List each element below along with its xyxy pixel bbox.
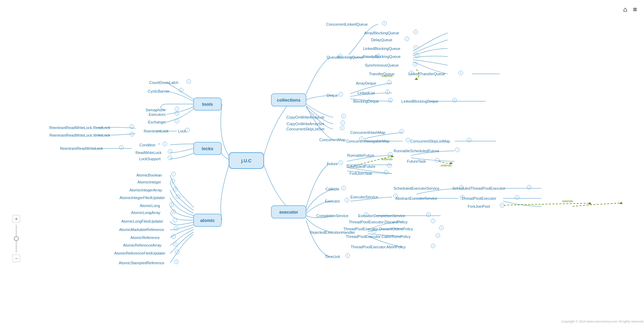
discard-policy[interactable]: ThreadPoolExecutor.DiscardPolicy: [349, 220, 408, 224]
svg-text:i: i: [177, 250, 178, 254]
queue-node[interactable]: Queue: [327, 55, 338, 59]
atomic-intfieldupdater[interactable]: AtomicIntegerFiledUpdater: [120, 196, 165, 200]
linkedlist-node[interactable]: LinkedList: [357, 91, 375, 95]
svg-text:i: i: [188, 80, 189, 83]
svg-text:i: i: [386, 171, 387, 174]
atomic-reffield[interactable]: AtomicReferenceFieldUpdater: [114, 251, 166, 255]
scheduled-future[interactable]: ScheduledFuture: [346, 164, 375, 169]
tools-label: tools: [202, 102, 213, 107]
linked-blocking-queue[interactable]: LinkedBlockingQueue: [363, 46, 400, 51]
concurrent-linked-queue[interactable]: ConcurrentLinkedQueue: [326, 22, 368, 26]
concurrent-skiplistset[interactable]: ConcurrentSkipListSet: [286, 127, 324, 131]
tools-cyclicbarrier[interactable]: CyclicBarrier: [148, 89, 170, 93]
executor-service[interactable]: ExecutorService: [350, 195, 378, 199]
svg-text:i: i: [460, 71, 461, 75]
delay-queue[interactable]: DelayQueue: [371, 38, 392, 42]
concurrent-skiplistmap[interactable]: ConcurrentSkipListMap: [410, 139, 450, 143]
reentrant-lock[interactable]: ReentrantLock: [144, 129, 169, 133]
copyright-text: Copyright © 2019 www.concurrency.com All…: [561, 320, 644, 323]
timeunit-node[interactable]: TimeUnit: [325, 255, 340, 259]
atomic-long[interactable]: AtomicLong: [140, 204, 160, 208]
svg-text:i: i: [390, 153, 391, 156]
runnable-scheduled-future[interactable]: RunnableScheduledFuture: [394, 149, 439, 153]
future-node[interactable]: Future: [327, 162, 338, 166]
copy-write-list[interactable]: CopyOnWriteArrayList: [286, 115, 324, 119]
home-icon[interactable]: ⌂: [623, 6, 627, 14]
executor-completion-service[interactable]: ExecutorCompletionService: [358, 214, 405, 218]
zoom-slider[interactable]: [16, 225, 17, 252]
linked-transfer-queue[interactable]: LinkedTransferQueue: [408, 72, 445, 76]
abort-policy[interactable]: ThreadPoolExecutor.AbortPolicy: [351, 245, 406, 249]
concurrent-hashmap[interactable]: ConcurrentHashMap: [350, 130, 385, 135]
atomic-longarray[interactable]: AtomicLongArray: [131, 211, 161, 215]
svg-text:i: i: [173, 210, 174, 213]
synchronous-queue[interactable]: SynchronousQueue: [365, 63, 398, 67]
array-blocking-queue[interactable]: ArrayBlockingQueue: [364, 31, 399, 35]
copy-write-set[interactable]: CopyOnWriteArraySet: [287, 122, 324, 126]
scheduled-executor-service[interactable]: ScheduledExecutorService: [393, 186, 439, 190]
zoom-out-button[interactable]: −: [12, 255, 20, 262]
callable-node[interactable]: Callable: [325, 187, 339, 191]
svg-text:≡: ≡: [158, 142, 160, 146]
svg-text:i: i: [529, 186, 529, 189]
svg-text:i: i: [408, 138, 408, 142]
zoom-thumb[interactable]: [14, 236, 19, 241]
svg-text:i: i: [389, 164, 390, 167]
atomic-stampled[interactable]: AtomicStampledReference: [119, 261, 164, 265]
reentrant-readlock[interactable]: ReentrantReadWriteLock.ReadLock: [49, 126, 110, 130]
forkjoin-task[interactable]: ForkJoinTask: [350, 171, 372, 175]
scheduled-threadpool-executor[interactable]: ScheduledThreadPoolExecutor: [452, 186, 506, 190]
deque-node[interactable]: Deque: [327, 93, 338, 97]
svg-text:i: i: [401, 130, 402, 133]
svg-marker-42: [415, 78, 418, 80]
atomic-refarray[interactable]: AtomicReferenceArray: [123, 243, 162, 247]
executor-iface[interactable]: Executor: [325, 199, 340, 203]
tools-exchanger[interactable]: Exchanger: [148, 120, 167, 124]
completion-service[interactable]: CompletionService: [316, 214, 348, 218]
tools-executors[interactable]: Executors: [149, 112, 166, 117]
array-deque[interactable]: ArrayDeque: [356, 81, 376, 85]
forkjoin-pool[interactable]: ForkJoinPool: [468, 204, 490, 208]
menu-icon[interactable]: ≡: [633, 6, 637, 14]
extends-label3: extends: [382, 157, 393, 161]
locks-label: locks: [202, 146, 213, 151]
zoom-in-button[interactable]: +: [12, 215, 20, 223]
linked-blocking-deque[interactable]: LinkedBlockingDeque: [401, 99, 438, 103]
atomic-integer[interactable]: AtomicInteger: [137, 180, 161, 184]
blocking-deque[interactable]: BlockingDeque: [353, 99, 379, 103]
concurrent-map[interactable]: ConcurrentMap: [319, 138, 346, 142]
blocking-queue[interactable]: BlockingQueue: [338, 55, 364, 59]
atomic-intarray[interactable]: AtomicIntegerArray: [129, 188, 162, 192]
svg-text:i: i: [415, 46, 416, 49]
abstract-executor-service[interactable]: AbstractExecutorService: [396, 196, 437, 200]
tools-countdownlatch[interactable]: CountDownLatch: [149, 80, 178, 85]
discard-oldest-policy[interactable]: ThreadPoolExecutor.DiscardOldestPolicy: [343, 227, 413, 231]
svg-text:i: i: [433, 244, 433, 248]
svg-text:i: i: [172, 179, 173, 183]
atomic-longfiled[interactable]: AtomicLongFiledUpdater: [121, 219, 163, 223]
readwritelock-node[interactable]: ReadWriteLock: [136, 151, 162, 155]
svg-text:i: i: [340, 161, 341, 164]
reentrantrwlock-node[interactable]: ReentrantReadWriteLock: [60, 146, 103, 151]
svg-text:i: i: [417, 54, 417, 57]
atomic-boolean[interactable]: AtomicBoolean: [136, 173, 162, 177]
caller-runs-policy[interactable]: ThreadPoolExecutor.CallerRunsPolicy: [346, 234, 411, 239]
future-task[interactable]: FutureTask: [407, 159, 426, 163]
atomic-reference[interactable]: AtomicReference: [130, 235, 160, 240]
atomic-markable[interactable]: AtomicMarkableReference: [119, 228, 164, 232]
svg-text:i: i: [437, 158, 438, 162]
svg-text:i: i: [454, 98, 455, 102]
reentrant-writelock[interactable]: ReentrantReadWriteLock.WriteLock: [49, 133, 110, 137]
svg-text:i: i: [415, 30, 416, 34]
condition-node[interactable]: Condition: [139, 143, 155, 147]
svg-text:i: i: [177, 107, 177, 111]
threadpool-executor[interactable]: ThreadPoolExecutor: [461, 196, 497, 200]
priority-blocking-queue[interactable]: PriorityBlockingQueue: [363, 54, 401, 59]
concurrent-navmap[interactable]: ConcurrentNavigableMap: [346, 139, 390, 143]
svg-text:i: i: [342, 121, 343, 125]
svg-text:i: i: [121, 146, 122, 149]
runnable-future[interactable]: RunnableFuture: [347, 153, 375, 157]
lock-node[interactable]: Lock: [178, 129, 186, 133]
tools-semaphore[interactable]: Semaphore: [146, 108, 166, 112]
locksupport-node[interactable]: LockSupport: [139, 157, 161, 161]
